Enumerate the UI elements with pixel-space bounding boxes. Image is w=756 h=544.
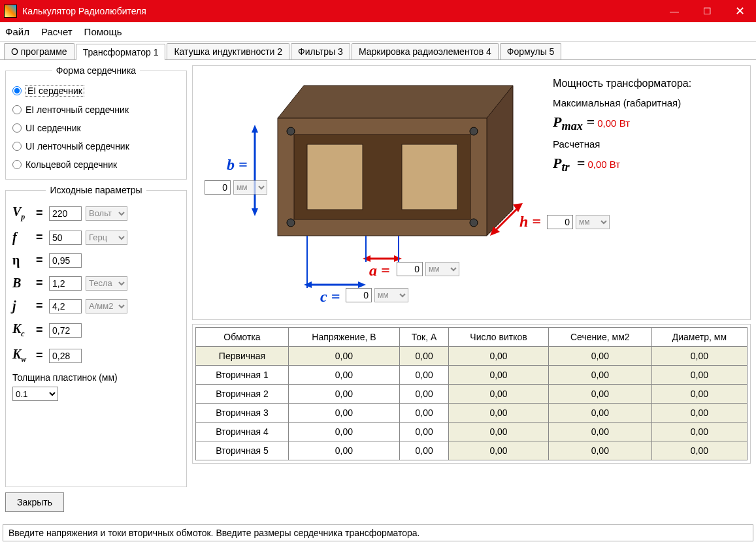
input-eta[interactable]: [49, 253, 82, 268]
unit-dim-c[interactable]: мм: [374, 288, 408, 302]
tab-transformer[interactable]: Трансформатор 1: [76, 44, 166, 60]
input-vp[interactable]: [49, 206, 82, 221]
sym-kc: Kc: [12, 321, 32, 339]
cell-d: 0,00: [651, 366, 747, 385]
unit-f[interactable]: Герц: [86, 231, 127, 245]
cell-i[interactable]: 0,00: [399, 423, 448, 441]
radio-ring-label: Кольцевой сердечник: [25, 159, 117, 170]
cell-i[interactable]: 0,00: [399, 385, 448, 404]
radio-ring-input[interactable]: [12, 160, 22, 169]
params-group: Исходные параметры Vp = Вольт f = Герц η…: [5, 185, 187, 487]
unit-dim-b[interactable]: мм: [233, 180, 267, 195]
sym-eta: η: [12, 253, 32, 268]
radio-ei-tape-label: EI ленточный сердечник: [25, 104, 129, 115]
unit-vp[interactable]: Вольт: [86, 206, 127, 221]
tab-formulas[interactable]: Формулы 5: [500, 43, 562, 59]
table-row: Вторичная 40,000,000,000,000,00: [196, 423, 748, 441]
tab-filters[interactable]: Фильтры 3: [291, 43, 350, 59]
cell-d: 0,00: [651, 385, 747, 404]
radio-ei[interactable]: EI сердечник: [12, 81, 180, 101]
cell-i[interactable]: 0,00: [399, 404, 448, 423]
col-current: Ток, А: [399, 328, 448, 347]
close-button[interactable]: Закрыть: [5, 492, 64, 512]
input-b-flux[interactable]: [49, 276, 82, 291]
table-row: Вторичная 50,000,000,000,000,00: [196, 441, 748, 460]
input-kc[interactable]: [49, 323, 82, 338]
maximize-button[interactable]: ☐: [691, 0, 723, 22]
radio-ring[interactable]: Кольцевой сердечник: [12, 155, 180, 174]
power-header: Мощность трансформатора:: [553, 78, 742, 89]
input-f[interactable]: [49, 231, 82, 245]
radio-ui-input[interactable]: [12, 123, 22, 133]
cell-d: 0,00: [651, 441, 747, 460]
radio-ui[interactable]: UI сердечник: [12, 119, 180, 137]
menu-calc[interactable]: Расчет: [41, 26, 73, 37]
window-close-button[interactable]: ✕: [723, 0, 756, 22]
unit-b[interactable]: Тесла: [86, 276, 127, 291]
thickness-label: Толщина пластинок (мм): [12, 372, 180, 383]
label-dim-h: h =: [519, 213, 541, 231]
radio-ei-tape[interactable]: EI ленточный сердечник: [12, 101, 180, 119]
radio-ei-tape-input[interactable]: [12, 105, 22, 114]
unit-j[interactable]: А/мм2: [86, 299, 127, 313]
input-dim-h[interactable]: [547, 215, 573, 229]
cell-v[interactable]: 0,00: [288, 385, 399, 404]
col-winding: Обмотка: [196, 328, 289, 347]
input-kw[interactable]: [49, 349, 82, 363]
cell-n: 0,00: [449, 347, 549, 366]
input-dim-b[interactable]: [205, 180, 231, 195]
tab-inductor[interactable]: Катушка индуктивности 2: [167, 43, 289, 59]
core-shape-legend: Форма сердечника: [52, 65, 140, 76]
svg-marker-12: [252, 208, 258, 216]
minimize-button[interactable]: —: [658, 0, 691, 22]
cell-s: 0,00: [548, 404, 651, 423]
radio-ui-label: UI сердечник: [25, 123, 81, 133]
param-kc: Kc =: [12, 317, 180, 343]
thickness-select[interactable]: 0.1: [12, 387, 58, 401]
cell-v[interactable]: 0,00: [288, 366, 399, 385]
svg-marker-0: [278, 86, 513, 118]
input-dim-a[interactable]: [397, 262, 423, 276]
sym-j: j: [12, 298, 32, 313]
tab-strip: О программе Трансформатор 1 Катушка инду…: [0, 42, 756, 60]
cell-i[interactable]: 0,00: [399, 366, 448, 385]
cell-s: 0,00: [548, 347, 651, 366]
svg-rect-5: [402, 144, 457, 210]
unit-dim-a[interactable]: мм: [425, 262, 459, 276]
cell-v: 0,00: [288, 347, 399, 366]
unit-dim-h[interactable]: мм: [576, 215, 610, 229]
dim-b-group: мм: [205, 180, 267, 195]
dim-c-group: мм: [346, 288, 408, 302]
tab-about[interactable]: О программе: [4, 43, 74, 59]
table-row: Вторичная 30,000,000,000,000,00: [196, 404, 748, 423]
tab-markings[interactable]: Маркировка радиоэлементов 4: [352, 43, 499, 59]
menu-help[interactable]: Помощь: [84, 26, 122, 37]
label-dim-c: c =: [320, 288, 340, 306]
cell-i: 0,00: [399, 347, 448, 366]
sym-f: f: [12, 230, 32, 245]
core-shape-group: Форма сердечника EI сердечник EI ленточн…: [5, 65, 187, 180]
radio-ui-tape-label: UI ленточный сердечник: [25, 141, 129, 152]
input-dim-c[interactable]: [346, 288, 372, 302]
cell-name: Вторичная 2: [196, 385, 289, 404]
cell-v[interactable]: 0,00: [288, 441, 399, 460]
col-turns: Число витков: [449, 328, 549, 347]
cell-name: Первичная: [196, 347, 289, 366]
cell-name: Вторичная 5: [196, 441, 289, 460]
table-row: Вторичная 20,000,000,000,000,00: [196, 385, 748, 404]
radio-ei-input[interactable]: [12, 86, 22, 95]
svg-point-8: [287, 219, 295, 227]
menu-file[interactable]: Файл: [5, 26, 29, 37]
power-box: Мощность трансформатора: Максимальная (г…: [553, 78, 742, 180]
radio-ui-tape[interactable]: UI ленточный сердечник: [12, 137, 180, 155]
cell-v[interactable]: 0,00: [288, 423, 399, 441]
col-section: Сечение, мм2: [548, 328, 651, 347]
cell-n: 0,00: [449, 366, 549, 385]
ptr-label: Расчетная: [553, 138, 742, 150]
radio-ui-tape-input[interactable]: [12, 142, 22, 151]
results-table-wrap: Обмотка Напряжение, В Ток, А Число витко…: [192, 324, 751, 464]
cell-i[interactable]: 0,00: [399, 441, 448, 460]
input-j[interactable]: [49, 299, 82, 313]
cell-v[interactable]: 0,00: [288, 404, 399, 423]
svg-marker-20: [358, 281, 366, 288]
